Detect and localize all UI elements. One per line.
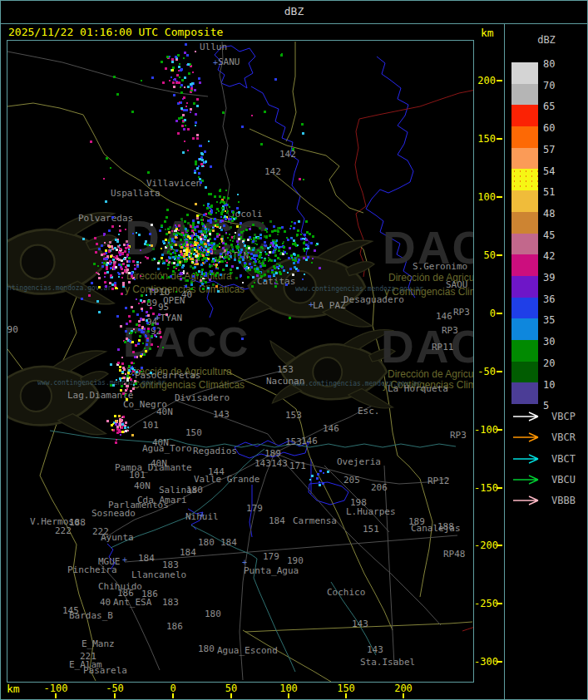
radar-echo-pixel (121, 385, 123, 387)
radar-echo-pixel (204, 235, 206, 238)
radar-echo-pixel (216, 235, 219, 238)
radar-echo-pixel (131, 434, 134, 436)
radar-echo-pixel (117, 348, 120, 351)
radar-echo-pixel (125, 330, 127, 333)
radar-echo-pixel (118, 234, 120, 235)
radar-echo-pixel (196, 274, 199, 276)
radar-echo-pixel (200, 219, 203, 221)
radar-echo-pixel (201, 216, 203, 218)
radar-echo-pixel (278, 249, 280, 252)
radar-echo-pixel (203, 249, 205, 251)
radar-echo-pixel (166, 209, 169, 211)
radar-echo-pixel (186, 214, 189, 216)
radar-echo-pixel (272, 251, 274, 254)
radar-echo-pixel (260, 262, 262, 264)
radar-echo-pixel (217, 290, 220, 293)
color-scale-value-label: 20 (543, 358, 555, 368)
radar-echo-pixel (290, 225, 292, 227)
radar-echo-pixel (187, 235, 190, 238)
color-scale-block (511, 298, 538, 319)
radar-echo-pixel (304, 274, 305, 275)
timestamp-label: 2025/11/22 01:16:00 UTC Composite (8, 26, 223, 39)
radar-echo-pixel (101, 244, 103, 247)
radar-echo-pixel (269, 259, 271, 261)
radar-echo-pixel (111, 225, 114, 228)
radar-echo-pixel (132, 260, 135, 263)
radar-echo-pixel (202, 230, 204, 232)
color-scale-block (511, 62, 538, 84)
radar-echo-pixel (110, 384, 112, 387)
radar-echo-pixel (170, 254, 171, 255)
radar-echo-pixel (217, 267, 219, 269)
x-axis-tick-label: 200 (387, 683, 420, 694)
radar-echo-pixel (267, 247, 269, 249)
radar-echo-pixel (141, 294, 143, 297)
radar-echo-pixel (140, 249, 141, 251)
radar-echo-pixel (119, 366, 121, 368)
radar-echo-pixel (126, 398, 128, 401)
radar-echo-pixel (269, 246, 271, 248)
radar-echo-pixel (190, 283, 193, 286)
radar-echo-pixel (257, 259, 259, 260)
radar-echo-pixel (140, 262, 141, 264)
radar-echo-pixel (230, 239, 231, 241)
radar-echo-pixel (209, 279, 211, 281)
radar-echo-pixel (123, 244, 126, 246)
radar-echo-pixel (104, 281, 106, 283)
radar-echo-pixel (115, 287, 117, 289)
radar-echo-pixel (266, 231, 268, 233)
radar-echo-pixel (188, 249, 190, 252)
radar-echo-pixel (179, 233, 181, 235)
radar-echo-pixel (109, 263, 111, 265)
radar-echo-pixel (225, 243, 227, 245)
radar-echo-pixel (289, 268, 292, 270)
radar-echo-pixel (203, 205, 205, 206)
radar-echo-pixel (171, 230, 173, 232)
radar-echo-pixel (169, 56, 170, 57)
radar-echo-pixel (132, 387, 135, 390)
radar-echo-pixel (186, 259, 188, 260)
radar-echo-pixel (112, 384, 115, 387)
radar-echo-pixel (180, 272, 182, 274)
radar-echo-pixel (252, 240, 254, 243)
radar-echo-pixel (253, 237, 255, 239)
radar-echo-pixel (220, 238, 223, 240)
radar-echo-pixel (123, 368, 126, 371)
radar-echo-pixel (306, 231, 309, 234)
radar-echo-pixel (134, 264, 136, 266)
radar-echo-pixel (134, 268, 136, 270)
radar-echo-pixel (248, 247, 250, 249)
radar-echo-pixel (136, 313, 139, 316)
radar-echo-pixel (116, 426, 119, 428)
radar-echo-pixel (274, 254, 277, 257)
radar-echo-pixel (303, 248, 305, 250)
radar-echo-pixel (166, 313, 168, 316)
radar-echo-pixel (188, 72, 190, 75)
radar-echo-pixel (195, 160, 197, 163)
radar-echo-pixel (97, 265, 99, 267)
radar-echo-pixel (304, 250, 305, 252)
radar-echo-pixel (131, 272, 133, 274)
radar-echo-pixel (185, 241, 188, 244)
radar-echo-pixel (184, 140, 185, 142)
radar-echo-pixel (214, 238, 216, 240)
radar-echo-pixel (145, 334, 146, 336)
radar-echo-pixel (212, 283, 215, 286)
vector-arrow-icon (511, 431, 545, 443)
radar-echo-pixel (190, 111, 191, 113)
radar-echo-pixel (112, 259, 115, 261)
radar-echo-pixel (220, 274, 222, 276)
radar-echo-pixel (97, 273, 99, 274)
radar-echo-pixel (184, 260, 186, 263)
radar-echo-pixel (261, 257, 263, 259)
radar-echo-pixel (273, 274, 275, 276)
radar-echo-pixel (210, 270, 213, 273)
radar-echo-pixel (98, 277, 101, 279)
radar-echo-pixel (240, 256, 242, 258)
radar-echo-pixel (181, 79, 184, 81)
radar-echo-pixel (229, 206, 230, 208)
radar-echo-pixel (161, 61, 163, 63)
radar-echo-pixel (177, 132, 180, 135)
radar-echo-pixel (176, 264, 179, 266)
radar-echo-pixel (242, 259, 245, 261)
